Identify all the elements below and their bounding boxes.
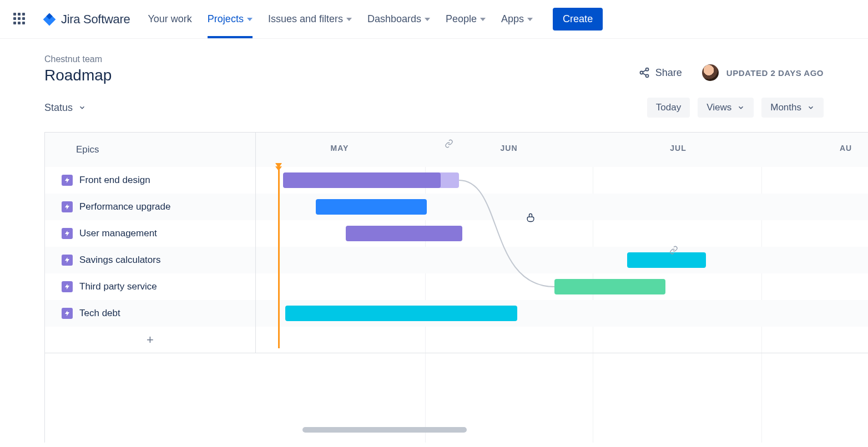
epic-name: Performance upgrade	[79, 201, 170, 212]
chevron-down-icon	[737, 104, 745, 111]
chevron-down-icon	[807, 104, 815, 111]
timeline-header: MAYJUNJULAU	[256, 133, 868, 167]
epic-bar[interactable]	[285, 306, 517, 321]
chevron-down-icon	[247, 18, 253, 21]
epic-timeline-cell[interactable]	[256, 300, 868, 327]
add-epic-row: +	[45, 327, 868, 353]
share-icon	[639, 67, 650, 78]
chevron-down-icon	[346, 18, 352, 21]
svg-point-2	[645, 74, 648, 77]
epic-row-side[interactable]: Third party service	[45, 273, 256, 300]
link-icon[interactable]	[669, 246, 678, 257]
epic-timeline-cell[interactable]	[256, 167, 868, 194]
updated-info: UPDATED 2 DAYS AGO	[702, 64, 824, 81]
epic-bar[interactable]	[316, 199, 427, 215]
epics-column-header: Epics	[45, 133, 256, 167]
months-dropdown[interactable]: Months	[761, 98, 824, 118]
roadmap-body: Front end designPerformance upgradeUser …	[45, 167, 868, 353]
svg-point-0	[645, 68, 648, 71]
epic-bar[interactable]	[627, 252, 706, 268]
epic-icon	[62, 175, 73, 186]
link-icon[interactable]	[445, 139, 453, 150]
status-label: Status	[44, 102, 73, 114]
nav-item-your-work[interactable]: Your work	[148, 0, 191, 38]
epic-icon	[62, 201, 73, 212]
nav-item-issues-and-filters[interactable]: Issues and filters	[268, 0, 352, 38]
epic-timeline-cell[interactable]	[256, 220, 868, 247]
views-dropdown[interactable]: Views	[698, 98, 754, 118]
epic-row-side[interactable]: Performance upgrade	[45, 194, 256, 220]
logo-text: Jira Software	[61, 12, 130, 27]
top-nav: Jira Software Your workProjectsIssues an…	[0, 0, 868, 39]
epic-name: Front end design	[79, 175, 150, 186]
epic-row-side[interactable]: Tech debt	[45, 300, 256, 327]
avatar[interactable]	[702, 64, 719, 81]
epic-row-side[interactable]: Front end design	[45, 167, 256, 194]
toolbar: Status Today Views Months	[0, 84, 868, 118]
epic-name: Tech debt	[79, 308, 120, 319]
month-label: AU	[840, 144, 852, 153]
epic-timeline-cell[interactable]	[256, 273, 868, 300]
share-button[interactable]: Share	[639, 67, 682, 79]
nav-item-projects[interactable]: Projects	[208, 0, 253, 38]
month-label: MAY	[331, 144, 349, 153]
epic-timeline-cell[interactable]	[256, 194, 868, 220]
share-label: Share	[655, 67, 682, 79]
month-label: JUL	[670, 144, 686, 153]
svg-point-1	[640, 72, 643, 74]
nav-item-dashboards[interactable]: Dashboards	[367, 0, 430, 38]
page-title: Roadmap	[44, 67, 112, 84]
epic-icon	[62, 308, 73, 319]
status-filter[interactable]: Status	[44, 102, 86, 114]
epic-row: Tech debt	[45, 300, 868, 327]
epic-name: Savings calculators	[79, 255, 160, 266]
updated-text: UPDATED 2 DAYS AGO	[726, 68, 824, 78]
epic-icon	[62, 281, 73, 292]
epic-row: Savings calculators	[45, 247, 868, 273]
epic-row: Front end design	[45, 167, 868, 194]
nav-item-apps[interactable]: Apps	[501, 0, 533, 38]
project-header: Chestnut team Roadmap Share UPDATED 2 DA…	[0, 39, 868, 84]
epic-bar[interactable]	[554, 279, 665, 294]
epic-timeline-cell[interactable]	[256, 247, 868, 273]
chevron-down-icon	[527, 18, 533, 21]
epic-icon	[62, 255, 73, 266]
pointer-cursor-icon	[525, 211, 536, 226]
epic-name: Third party service	[79, 281, 157, 292]
horizontal-scrollbar[interactable]	[302, 427, 467, 433]
epic-bar[interactable]	[283, 172, 441, 188]
epic-icon	[62, 228, 73, 239]
epic-name: User management	[79, 228, 157, 239]
chevron-down-icon	[78, 104, 86, 111]
today-marker	[278, 167, 280, 348]
epic-row: Third party service	[45, 273, 868, 300]
breadcrumb[interactable]: Chestnut team	[44, 54, 112, 64]
month-label: JUN	[500, 144, 517, 153]
epic-row: User management	[45, 220, 868, 247]
jira-logo[interactable]: Jira Software	[42, 12, 130, 27]
epic-bar[interactable]	[346, 226, 462, 241]
today-button[interactable]: Today	[647, 98, 690, 118]
epic-row-side[interactable]: Savings calculators	[45, 247, 256, 273]
svg-line-4	[643, 73, 646, 75]
roadmap-grid: Epics MAYJUNJULAU Front end designPerfor…	[44, 132, 868, 443]
nav-item-people[interactable]: People	[446, 0, 486, 38]
add-epic-button[interactable]: +	[45, 327, 256, 353]
svg-line-3	[643, 70, 646, 72]
epic-row-side[interactable]: User management	[45, 220, 256, 247]
chevron-down-icon	[480, 18, 486, 21]
create-button[interactable]: Create	[553, 8, 603, 31]
app-switcher-icon[interactable]	[13, 13, 27, 26]
nav-links: Your workProjectsIssues and filtersDashb…	[148, 0, 533, 38]
epic-row: Performance upgrade	[45, 194, 868, 220]
chevron-down-icon	[425, 18, 430, 21]
